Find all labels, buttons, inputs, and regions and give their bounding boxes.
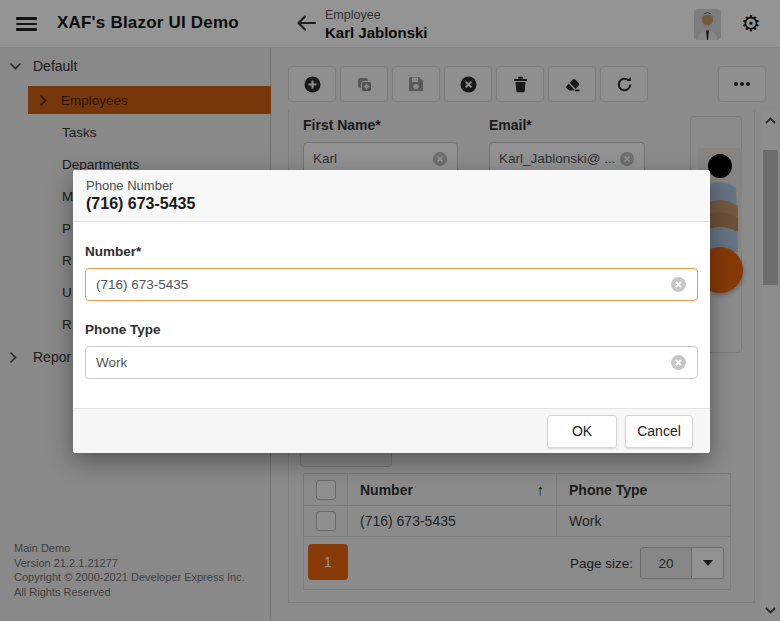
- phone-type-field[interactable]: Work: [85, 346, 698, 379]
- clear-icon[interactable]: [670, 276, 687, 293]
- dialog-header: Phone Number (716) 673-5435: [73, 170, 710, 222]
- dialog-footer: OK Cancel: [73, 408, 710, 453]
- number-value: (716) 673-5435: [96, 277, 188, 292]
- clear-icon[interactable]: [670, 354, 687, 371]
- phone-type-value: Work: [96, 355, 127, 370]
- phone-type-label: Phone Type: [85, 322, 698, 337]
- dialog-title: Phone Number: [86, 178, 698, 193]
- cancel-button[interactable]: Cancel: [625, 415, 693, 448]
- ok-button[interactable]: OK: [547, 415, 617, 448]
- dialog-subtitle: (716) 673-5435: [86, 195, 698, 213]
- dialog-body: Number* (716) 673-5435 Phone Type Work: [73, 222, 710, 408]
- phone-number-dialog: Phone Number (716) 673-5435 Number* (716…: [73, 170, 710, 453]
- number-label: Number*: [85, 244, 698, 259]
- number-field[interactable]: (716) 673-5435: [85, 268, 698, 301]
